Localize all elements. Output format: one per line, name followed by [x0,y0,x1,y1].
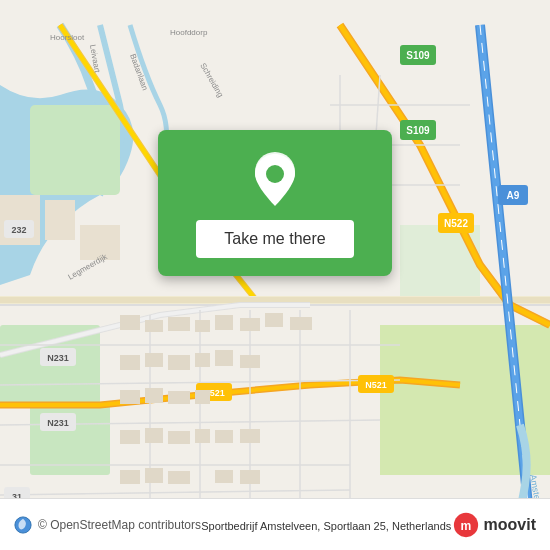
svg-text:232: 232 [11,225,26,235]
svg-rect-52 [145,320,163,332]
svg-text:N522: N522 [444,218,468,229]
svg-rect-0 [30,105,120,195]
svg-rect-61 [168,355,190,370]
svg-rect-58 [290,317,312,330]
svg-text:Schreiding: Schreiding [198,62,225,99]
svg-text:A9: A9 [507,190,520,201]
svg-rect-55 [215,315,233,330]
svg-text:Hoorsloot: Hoorsloot [50,33,85,42]
svg-rect-53 [168,317,190,331]
address-section: Sportbedrijf Amstelveen, Sportlaan 25, N… [201,516,451,534]
svg-text:N521: N521 [365,380,387,390]
svg-rect-4 [45,200,75,240]
svg-text:S109: S109 [406,125,430,136]
address-text: Sportbedrijf Amstelveen, Sportlaan 25, N… [201,520,451,532]
location-pin-icon [250,150,300,210]
svg-rect-59 [120,355,140,370]
svg-rect-75 [120,470,140,484]
svg-rect-60 [145,353,163,367]
svg-text:S109: S109 [406,50,430,61]
moovit-label: moovit [484,516,536,534]
svg-rect-71 [168,431,190,444]
svg-rect-76 [145,468,163,483]
svg-rect-56 [240,318,260,331]
svg-line-18 [0,490,350,495]
svg-rect-69 [120,430,140,444]
svg-rect-64 [240,355,260,368]
svg-rect-73 [215,430,233,443]
svg-rect-51 [120,315,140,330]
location-card: Take me there [158,130,392,276]
svg-rect-68 [195,390,210,404]
svg-text:N231: N231 [47,418,69,428]
svg-rect-77 [168,471,190,484]
svg-rect-72 [195,429,210,443]
openstreetmap-logo [14,516,32,534]
svg-rect-54 [195,320,210,332]
take-me-there-button[interactable]: Take me there [196,220,353,258]
bottom-bar: © OpenStreetMap contributors Sportbedrij… [0,498,550,550]
bottom-left-section: © OpenStreetMap contributors [14,516,201,534]
svg-rect-65 [120,390,140,404]
svg-text:m: m [460,518,471,532]
svg-rect-66 [145,388,163,403]
svg-rect-63 [215,350,233,366]
svg-point-81 [266,165,284,183]
moovit-logo: m moovit [452,511,536,539]
svg-rect-70 [145,428,163,443]
svg-rect-74 [240,429,260,443]
svg-text:Hoofddorp: Hoofddorp [170,28,208,37]
svg-text:N231: N231 [47,353,69,363]
moovit-icon: m [452,511,480,539]
svg-rect-78 [215,470,233,483]
attribution-text: © OpenStreetMap contributors [38,518,201,532]
svg-rect-57 [265,313,283,327]
svg-rect-62 [195,353,210,367]
svg-rect-79 [240,470,260,484]
map-container: S109 S109 N522 A9 N521 N521 N231 N231 23… [0,0,550,550]
svg-rect-67 [168,391,190,404]
